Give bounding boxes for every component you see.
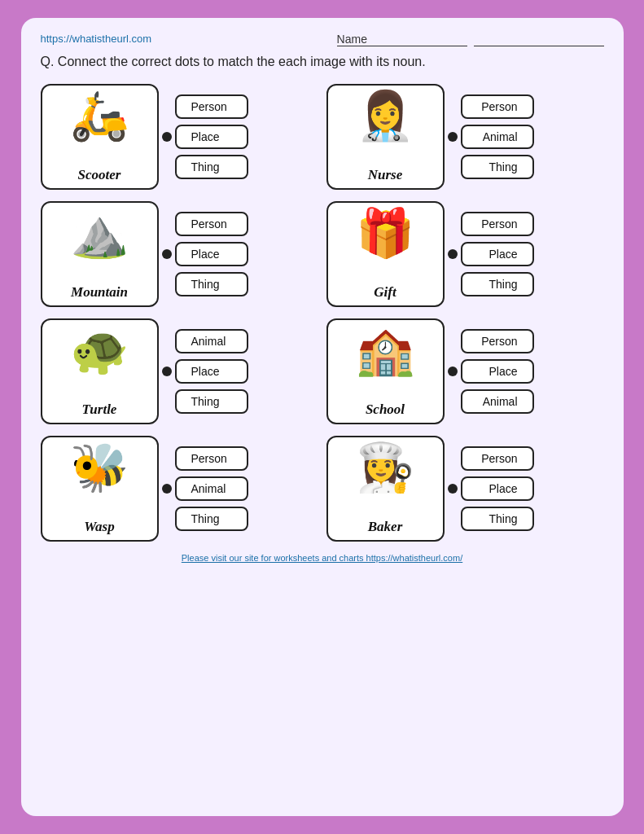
wasp-dot: [162, 484, 172, 494]
nurse-label: Nurse: [368, 167, 403, 183]
image-card-mountain: ⛰️ Mountain: [41, 201, 159, 307]
footer-link[interactable]: Please visit our site for worksheets and…: [41, 553, 604, 563]
turtle-thing-btn[interactable]: Thing: [175, 389, 248, 414]
mountain-thing-btn[interactable]: Thing: [175, 272, 248, 296]
wasp-thing-btn[interactable]: Thing: [175, 507, 248, 531]
image-card-baker: 👩‍🍳 Baker: [326, 436, 445, 542]
image-card-turtle: 🐢 Turtle: [41, 318, 159, 424]
school-emoji: 🏫: [356, 327, 414, 374]
name-line: Name: [334, 33, 604, 46]
wasp-label: Wasp: [84, 519, 114, 535]
mountain-place-btn[interactable]: Place: [175, 242, 248, 266]
worksheet-page: https://whatistheurl.com Name Q. Connect…: [21, 18, 624, 816]
nurse-emoji: 👩‍⚕️: [356, 92, 414, 139]
scooter-person-btn[interactable]: Person: [175, 94, 248, 119]
baker-dot: [448, 484, 458, 494]
turtle-dot: [162, 367, 172, 376]
header: https://whatistheurl.com Name: [41, 33, 604, 46]
baker-options: Person Place Thing: [461, 446, 534, 531]
scooter-emoji: 🛵: [70, 92, 129, 139]
item-pair-nurse: 👩‍⚕️ Nurse Person Animal Thing: [326, 84, 604, 190]
scooter-place-btn[interactable]: Place: [175, 125, 248, 149]
item-pair-mountain: ⛰️ Mountain Person Place Thing: [41, 201, 318, 307]
nurse-thing-btn[interactable]: Thing: [461, 155, 534, 179]
gift-thing-btn[interactable]: Thing: [461, 272, 534, 296]
turtle-animal-btn[interactable]: Animal: [175, 329, 248, 353]
mountain-emoji: ⛰️: [70, 209, 129, 257]
mountain-dot: [162, 249, 172, 259]
turtle-label: Turtle: [82, 402, 117, 418]
image-card-scooter: 🛵 Scooter: [41, 84, 159, 190]
nurse-dot: [448, 132, 458, 142]
turtle-place-btn[interactable]: Place: [175, 359, 248, 384]
items-grid: 🛵 Scooter Person Place Thing 👩‍⚕️ Nurse …: [41, 84, 604, 542]
gift-place-btn[interactable]: Place: [461, 242, 534, 266]
gift-person-btn[interactable]: Person: [461, 212, 534, 236]
mountain-options: Person Place Thing: [175, 212, 248, 296]
school-dot: [448, 367, 458, 376]
baker-label: Baker: [368, 519, 403, 535]
gift-options: Person Place Thing: [461, 212, 534, 296]
wasp-options: Person Animal Thing: [175, 446, 248, 531]
baker-person-btn[interactable]: Person: [461, 446, 534, 471]
item-pair-school: 🏫 School Person Place Animal: [326, 318, 604, 424]
mountain-label: Mountain: [71, 284, 128, 301]
image-card-gift: 🎁 Gift: [326, 201, 445, 307]
nurse-animal-btn[interactable]: Animal: [461, 125, 534, 149]
turtle-emoji: 🐢: [70, 327, 129, 374]
item-pair-gift: 🎁 Gift Person Place Thing: [326, 201, 604, 307]
nurse-options: Person Animal Thing: [461, 94, 534, 179]
mountain-person-btn[interactable]: Person: [175, 212, 248, 236]
baker-thing-btn[interactable]: Thing: [461, 507, 534, 531]
scooter-options: Person Place Thing: [175, 94, 248, 179]
scooter-dot: [162, 132, 172, 142]
image-card-nurse: 👩‍⚕️ Nurse: [326, 84, 445, 190]
item-pair-scooter: 🛵 Scooter Person Place Thing: [41, 84, 318, 190]
item-pair-turtle: 🐢 Turtle Animal Place Thing: [41, 318, 318, 424]
school-options: Person Place Animal: [461, 329, 534, 414]
school-label: School: [366, 402, 405, 418]
scooter-label: Scooter: [78, 167, 121, 183]
image-card-school: 🏫 School: [326, 318, 445, 424]
school-person-btn[interactable]: Person: [461, 329, 534, 353]
scooter-thing-btn[interactable]: Thing: [175, 155, 248, 179]
gift-dot: [448, 249, 458, 259]
wasp-animal-btn[interactable]: Animal: [175, 476, 248, 501]
gift-emoji: 🎁: [356, 209, 414, 257]
item-pair-wasp: 🐝 Wasp Person Animal Thing: [41, 436, 318, 542]
turtle-options: Animal Place Thing: [175, 329, 248, 414]
baker-place-btn[interactable]: Place: [461, 476, 534, 501]
gift-label: Gift: [374, 284, 396, 301]
wasp-emoji: 🐝: [70, 444, 129, 491]
wasp-person-btn[interactable]: Person: [175, 446, 248, 471]
nurse-person-btn[interactable]: Person: [461, 94, 534, 119]
question-text: Q. Connect the correct dots to match the…: [41, 55, 604, 69]
site-url[interactable]: https://whatistheurl.com: [41, 33, 152, 45]
school-animal-btn[interactable]: Animal: [461, 389, 534, 414]
baker-emoji: 👩‍🍳: [356, 444, 414, 491]
image-card-wasp: 🐝 Wasp: [41, 436, 159, 542]
school-place-btn[interactable]: Place: [461, 359, 534, 384]
item-pair-baker: 👩‍🍳 Baker Person Place Thing: [326, 436, 604, 542]
